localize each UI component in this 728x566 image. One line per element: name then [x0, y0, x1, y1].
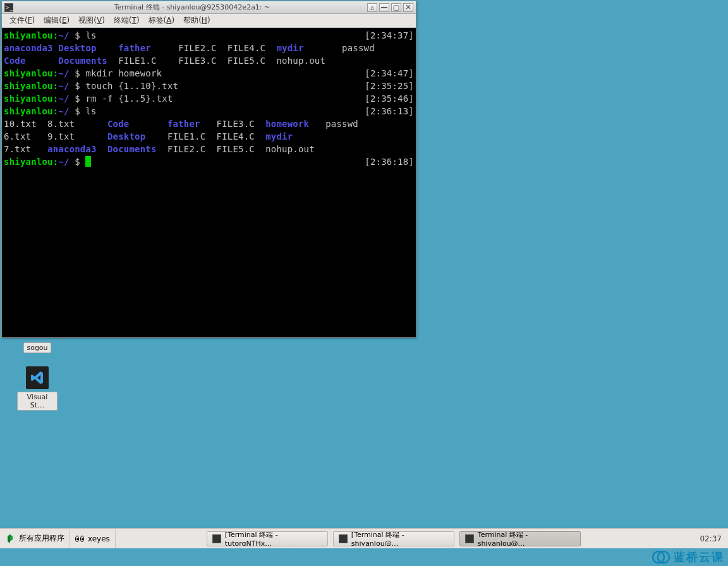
- terminal-app-icon: >_: [4, 3, 13, 12]
- task-label: Terminal 终端 - shiyanlou@…: [478, 531, 575, 546]
- launcher-label: 所有应用程序: [19, 533, 64, 544]
- minimize-button[interactable]: —: [379, 3, 389, 12]
- window-title: Terminal 终端 - shiyanlou@92530042e2a1: ~: [17, 3, 367, 12]
- launcher-logo-icon: [5, 534, 15, 544]
- menu-edit[interactable]: 编辑(E): [40, 14, 73, 27]
- watermark-text: 蓝桥云课: [674, 550, 724, 565]
- watermark: 蓝桥云课: [652, 548, 724, 566]
- task-terminal-2[interactable]: [Terminal 终端 - shiyanlou@…: [333, 531, 454, 546]
- taskbar: 所有应用程序 xeyes [Terminal 终端 - tutorgNTHx… …: [0, 528, 728, 548]
- desktop-icon-label: sogou: [23, 342, 51, 353]
- terminal-icon: [465, 534, 474, 543]
- terminal-icon: [339, 534, 348, 543]
- menu-file[interactable]: 文件(F): [6, 14, 39, 27]
- bottom-strip: [0, 548, 728, 566]
- vscode-icon: [26, 366, 49, 389]
- menu-help[interactable]: 帮助(H): [179, 14, 214, 27]
- task-label: [Terminal 终端 - shiyanlou@…: [351, 531, 449, 546]
- taskbar-clock: 02:37: [700, 534, 722, 543]
- xeyes-icon: [75, 536, 84, 542]
- task-label: [Terminal 终端 - tutorgNTHx…: [225, 531, 322, 546]
- menu-terminal[interactable]: 终端(T): [110, 14, 143, 27]
- terminal-output[interactable]: shiyanlou:~/ $ ls[2:34:37]anaconda3 Desk…: [2, 28, 416, 337]
- maximize-button[interactable]: ▢: [391, 3, 401, 12]
- task-xeyes[interactable]: xeyes: [70, 529, 116, 548]
- applications-launcher[interactable]: 所有应用程序: [0, 529, 70, 548]
- menubar: 文件(F) 编辑(E) 视图(V) 终端(T) 标签(A) 帮助(H): [2, 14, 416, 28]
- shade-button[interactable]: ▵: [367, 3, 377, 12]
- desktop-icon-sogou[interactable]: sogou: [17, 340, 58, 353]
- desktop-icon-label: Visual St…: [17, 392, 58, 411]
- terminal-icon: [212, 534, 221, 543]
- task-terminal-1[interactable]: [Terminal 终端 - tutorgNTHx…: [207, 531, 328, 546]
- menu-tabs[interactable]: 标签(A): [145, 14, 179, 27]
- close-button[interactable]: ✕: [403, 3, 413, 12]
- task-terminal-3[interactable]: Terminal 终端 - shiyanlou@…: [459, 531, 581, 546]
- task-label: xeyes: [88, 534, 110, 543]
- desktop-icon-vscode[interactable]: Visual St…: [17, 366, 58, 411]
- titlebar[interactable]: >_ Terminal 终端 - shiyanlou@92530042e2a1:…: [2, 1, 416, 14]
- terminal-window[interactable]: >_ Terminal 终端 - shiyanlou@92530042e2a1:…: [1, 1, 416, 338]
- menu-view[interactable]: 视图(V): [75, 14, 109, 27]
